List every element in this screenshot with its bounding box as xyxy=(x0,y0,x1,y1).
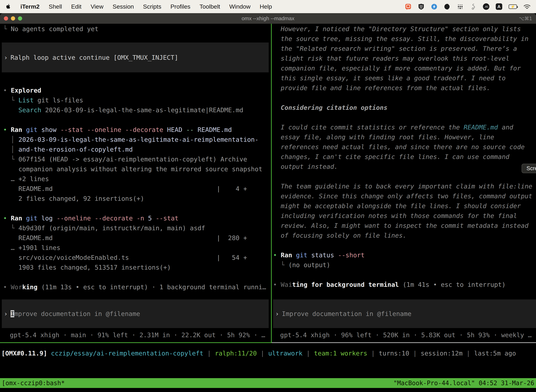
menu-item-toolbelt[interactable]: Toolbelt xyxy=(200,3,220,10)
shield-grid-icon[interactable] xyxy=(418,3,425,10)
terminal-line: provide file and line references from th… xyxy=(273,83,536,93)
a-app-icon[interactable]: A xyxy=(496,3,502,10)
terminal-line: • Ran git status --short xyxy=(273,250,536,260)
input-placeholder: mprove documentation in @filename xyxy=(14,310,140,317)
terminal-line: • Ran git log --oneline --decorate -n 5 … xyxy=(3,213,271,223)
injected-command-box: ›Ralph loop active continue [OMX_TMUX_IN… xyxy=(2,42,269,72)
window-title: omx --xhigh --madmax xyxy=(0,15,536,21)
countdown-badge-icon[interactable]: ..61 xyxy=(483,3,489,10)
terminal-line: of focusing solely on file lines. xyxy=(273,231,536,240)
text-cursor: I xyxy=(10,310,14,317)
tmux-status-bar: [omx-cczip0:bash* "MacBook-Pro-44.local"… xyxy=(0,378,536,388)
menu-item-session[interactable]: Session xyxy=(113,3,134,10)
left-pane-scrollback: └ No agents completed yet ›Ralph loop ac… xyxy=(0,24,271,292)
terminal-line xyxy=(273,172,536,182)
terminal-line: output instead. xyxy=(273,162,536,172)
menu-item-edit[interactable]: Edit xyxy=(71,3,81,10)
wifi-icon[interactable] xyxy=(523,4,531,10)
iterm-window: omx --xhigh --madmax ⌥⌘1 └ No agents com… xyxy=(0,13,536,392)
left-top-lines: └ No agents completed yet xyxy=(3,24,271,34)
tmux-host-clock: "MacBook-Pro-44.local" 04:52 31-Mar-26 xyxy=(393,378,534,388)
terminal-line: slight risk that future readers may over… xyxy=(273,54,536,63)
model-status-left: gpt-5.4 xhigh · main · 91% left · 2.31M … xyxy=(10,330,265,340)
terminal-line: └ No agents completed yet xyxy=(3,24,271,34)
terminal-line: 1903 files changed, 513517 insertions(+) xyxy=(3,263,271,272)
terminal-line xyxy=(273,93,536,103)
dark-pie-icon[interactable] xyxy=(444,3,450,10)
terminal-line: this single essay, it seems like a good … xyxy=(273,73,536,83)
terminal-line: including verification notes with those … xyxy=(273,211,536,221)
menu-bar: iTerm2 Shell Edit View Session Scripts P… xyxy=(0,0,536,13)
apple-menu-icon[interactable] xyxy=(5,3,11,10)
prompt-input-left[interactable]: ›Improve documentation in @filename xyxy=(2,299,269,328)
dots-grid-icon[interactable] xyxy=(457,3,464,10)
terminal-line: essay file, along with finding root file… xyxy=(273,132,536,142)
terminal-line: review. Also, I might want to inspect th… xyxy=(273,221,536,231)
terminal-line: └ List git ls-files xyxy=(3,95,271,105)
right-pane-scrollback: However, I noticed the "Directory Struct… xyxy=(272,24,536,289)
terminal-line xyxy=(273,270,536,280)
screen: { "menu_bar": { "items": ["iTerm2","Shel… xyxy=(0,0,536,392)
omx-status-line: [OMX#0.11.9] cczip/essay/ai-reimplementa… xyxy=(1,348,536,358)
terminal-line: might be acceptable alongside the file l… xyxy=(273,201,536,211)
terminal-line: • Working (11m 13s • esc to interrupt) ·… xyxy=(3,282,271,292)
prompt-chevron: › xyxy=(275,310,279,317)
terminal-line xyxy=(273,240,536,250)
menu-item-window[interactable]: Window xyxy=(229,3,251,10)
terminal-line: evidence. Since this change only affects… xyxy=(273,191,536,201)
terminal-line: └ 4b9d30f (origin/main, instructkr/main,… xyxy=(3,223,271,233)
terminal-line: … +2 lines xyxy=(3,174,271,184)
charging-bolt-icon: ⚡ xyxy=(511,5,515,9)
prompt-input-right[interactable]: ›Improve documentation in @filename xyxy=(273,299,536,328)
terminal-line: README.md | 280 + xyxy=(3,233,271,243)
terminal-line xyxy=(3,115,271,125)
menu-status-icons: ..61 A ⚡ xyxy=(405,3,531,10)
menu-item-shell[interactable]: Shell xyxy=(49,3,62,10)
left-agent-log: • Explored └ List git ls-files Search 20… xyxy=(3,85,271,292)
menu-item-view[interactable]: View xyxy=(91,3,103,10)
terminal-line: … +1901 lines xyxy=(3,243,271,253)
terminal-line: └ 067f154 (HEAD -> essay/ai-reimplementa… xyxy=(3,154,271,164)
right-agent-log: However, I noticed the "Directory Struct… xyxy=(273,24,536,289)
injected-command-text: Ralph loop active continue [OMX_TMUX_INJ… xyxy=(10,54,178,61)
terminal-line: The team guideline is to back every impo… xyxy=(273,182,536,191)
menu-item-profiles[interactable]: Profiles xyxy=(170,3,190,10)
window-shortcut-badge: ⌥⌘1 xyxy=(519,16,532,21)
menu-item-iterm2[interactable]: iTerm2 xyxy=(20,3,40,10)
terminal-line: However, I noticed the "Directory Struct… xyxy=(273,24,536,34)
terminal-line: references need actual files, and since … xyxy=(273,142,536,152)
messages-icon[interactable] xyxy=(405,3,412,10)
terminal-line: 2 files changed, 92 insertions(+) xyxy=(3,194,271,204)
terminal-line xyxy=(3,204,271,213)
terminal-line: [OMX#0.11.9] cczip/essay/ai-reimplementa… xyxy=(1,348,536,358)
terminal-line: Search 2026-03-09-is-legal-the-same-as-l… xyxy=(3,105,271,115)
terminal-line: README.md | 4 + xyxy=(3,184,271,194)
terminal-line xyxy=(273,112,536,122)
title-bar[interactable]: omx --xhigh --madmax ⌥⌘1 xyxy=(0,13,536,24)
menu-item-help[interactable]: Help xyxy=(260,3,272,10)
terminal-line: the "Related research writing" section i… xyxy=(273,44,536,54)
terminal-line: │ 2026-03-09-is-legal-the-same-as-legiti… xyxy=(3,135,271,145)
terminal-line: companion file, especially if more comme… xyxy=(273,63,536,73)
tmux-pane-left[interactable]: └ No agents completed yet ›Ralph loop ac… xyxy=(0,24,271,343)
squiggle-icon[interactable] xyxy=(470,3,477,10)
tmux-pane-right[interactable]: However, I noticed the "Directory Struct… xyxy=(272,24,536,343)
blue-badge-bolt-icon[interactable] xyxy=(431,3,438,10)
tmux-session-label: [omx-cczip0:bash* xyxy=(2,378,65,388)
terminal: └ No agents completed yet ›Ralph loop ac… xyxy=(0,24,536,392)
battery-icon[interactable]: ⚡ xyxy=(509,5,517,9)
prompt-chevron: › xyxy=(4,310,8,317)
prompt-chevron: › xyxy=(4,54,8,61)
terminal-line: src/voice/voiceModeEnabled.ts | 54 + xyxy=(3,253,271,263)
terminal-line: • Waiting for background terminal (1m 41… xyxy=(273,280,536,289)
terminal-line: Considering citation options xyxy=(273,103,536,112)
menu-item-scripts[interactable]: Scripts xyxy=(143,3,161,10)
terminal-line: changes, I can't cite specific file line… xyxy=(273,152,536,162)
terminal-line: I could cite commit statistics or refere… xyxy=(273,122,536,132)
terminal-line: └ (no output) xyxy=(273,260,536,270)
terminal-line: • Explored xyxy=(3,85,271,95)
input-placeholder: Improve documentation in @filename xyxy=(282,310,412,317)
screen-overlay-badge: Scre xyxy=(522,164,536,173)
terminal-line: │ and-the-erosion-of-copyleft.md xyxy=(3,145,271,154)
terminal-line xyxy=(3,272,271,282)
